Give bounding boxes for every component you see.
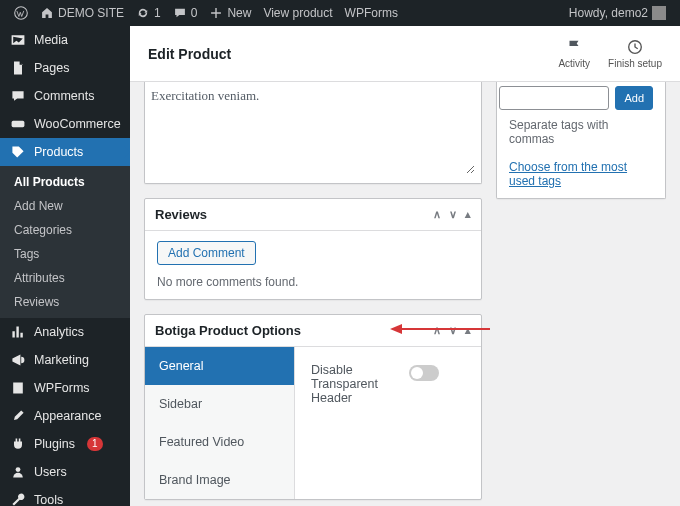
plug-icon bbox=[10, 436, 26, 452]
tab-brand-image[interactable]: Brand Image bbox=[145, 461, 294, 499]
page-header: Edit Product Activity Finish setup bbox=[130, 26, 680, 82]
botiga-options-box: Botiga Product Options ∧ ∨ ▴ General Sid… bbox=[144, 314, 482, 500]
new-content-link[interactable]: New bbox=[203, 6, 257, 20]
move-up-icon[interactable]: ∧ bbox=[433, 208, 441, 221]
site-name-link[interactable]: DEMO SITE bbox=[34, 6, 130, 20]
finish-setup-button[interactable]: Finish setup bbox=[608, 38, 662, 69]
tags-hint: Separate tags with commas bbox=[509, 118, 653, 146]
media-icon bbox=[10, 32, 26, 48]
avatar bbox=[652, 6, 666, 20]
tools-label: Tools bbox=[34, 493, 63, 506]
site-name-text: DEMO SITE bbox=[58, 6, 124, 20]
sidebar-item-tools[interactable]: Tools bbox=[0, 486, 130, 506]
view-product-link[interactable]: View product bbox=[257, 6, 338, 20]
comments-label: Comments bbox=[34, 89, 94, 103]
marketing-label: Marketing bbox=[34, 353, 89, 367]
plugins-label: Plugins bbox=[34, 437, 75, 451]
sidebar-item-wpforms[interactable]: WPForms bbox=[0, 374, 130, 402]
reviews-empty-text: No more comments found. bbox=[157, 275, 469, 289]
svg-marker-7 bbox=[390, 324, 402, 334]
activity-label: Activity bbox=[558, 58, 590, 69]
page-icon bbox=[10, 60, 26, 76]
subitem-categories[interactable]: Categories bbox=[0, 218, 130, 242]
plugins-update-badge: 1 bbox=[87, 437, 103, 451]
appearance-label: Appearance bbox=[34, 409, 101, 423]
subitem-attributes[interactable]: Attributes bbox=[0, 266, 130, 290]
comments-icon bbox=[10, 88, 26, 104]
move-down-icon[interactable]: ∨ bbox=[449, 208, 457, 221]
subitem-reviews[interactable]: Reviews bbox=[0, 290, 130, 314]
wpforms-label: WPForms bbox=[34, 381, 90, 395]
page-title: Edit Product bbox=[148, 46, 231, 62]
media-label: Media bbox=[34, 33, 68, 47]
choose-tags-link[interactable]: Choose from the most used tags bbox=[509, 160, 627, 188]
finish-setup-label: Finish setup bbox=[608, 58, 662, 69]
howdy-text: Howdy, demo2 bbox=[569, 6, 648, 20]
disable-transparent-header-label: Disable Transparent Header bbox=[311, 363, 391, 405]
woocommerce-icon bbox=[10, 116, 26, 132]
user-icon bbox=[10, 464, 26, 480]
clock-icon bbox=[626, 38, 644, 56]
tab-featured-video[interactable]: Featured Video bbox=[145, 423, 294, 461]
home-icon bbox=[40, 6, 54, 20]
sidebar-item-pages[interactable]: Pages bbox=[0, 54, 130, 82]
sidebar-item-products[interactable]: Products bbox=[0, 138, 130, 166]
subitem-all-products[interactable]: All Products bbox=[0, 170, 130, 194]
sidebar-item-appearance[interactable]: Appearance bbox=[0, 402, 130, 430]
plus-icon bbox=[209, 6, 223, 20]
products-submenu: All Products Add New Categories Tags Att… bbox=[0, 166, 130, 318]
tags-box: Add Separate tags with commas Choose fro… bbox=[496, 82, 666, 199]
reviews-box: Reviews ∧ ∨ ▴ Add Comment No more commen… bbox=[144, 198, 482, 300]
tab-sidebar[interactable]: Sidebar bbox=[145, 385, 294, 423]
annotation-arrow bbox=[390, 321, 490, 337]
add-comment-button[interactable]: Add Comment bbox=[157, 241, 256, 265]
activity-button[interactable]: Activity bbox=[558, 38, 590, 69]
svg-rect-1 bbox=[12, 121, 25, 127]
users-label: Users bbox=[34, 465, 67, 479]
subitem-add-new[interactable]: Add New bbox=[0, 194, 130, 218]
refresh-icon bbox=[136, 6, 150, 20]
pages-label: Pages bbox=[34, 61, 69, 75]
main-content: Edit Product Activity Finish setup Revie… bbox=[130, 26, 680, 506]
toggle-panel-icon[interactable]: ▴ bbox=[465, 208, 471, 221]
form-icon bbox=[10, 380, 26, 396]
subitem-tags[interactable]: Tags bbox=[0, 242, 130, 266]
analytics-label: Analytics bbox=[34, 325, 84, 339]
woocommerce-label: WooCommerce bbox=[34, 117, 121, 131]
products-label: Products bbox=[34, 145, 83, 159]
flag-icon bbox=[565, 38, 583, 56]
svg-point-0 bbox=[15, 7, 28, 20]
add-tag-button[interactable]: Add bbox=[615, 86, 653, 110]
sidebar-item-media[interactable]: Media bbox=[0, 26, 130, 54]
botiga-tabs: General Sidebar Featured Video Brand Ima… bbox=[145, 347, 295, 499]
reviews-title: Reviews bbox=[155, 207, 207, 222]
disable-transparent-header-toggle[interactable] bbox=[409, 365, 439, 381]
comments-link[interactable]: 0 bbox=[167, 6, 204, 20]
sidebar-item-users[interactable]: Users bbox=[0, 458, 130, 486]
sidebar-item-woocommerce[interactable]: WooCommerce bbox=[0, 110, 130, 138]
admin-bar: DEMO SITE 1 0 New View product WPForms H… bbox=[0, 0, 680, 26]
comments-count: 0 bbox=[191, 6, 198, 20]
svg-point-2 bbox=[16, 467, 21, 472]
botiga-panel-general: Disable Transparent Header bbox=[295, 347, 481, 499]
tab-general[interactable]: General bbox=[145, 347, 294, 385]
sidebar-item-comments[interactable]: Comments bbox=[0, 82, 130, 110]
sidebar-item-plugins[interactable]: Plugins1 bbox=[0, 430, 130, 458]
description-box bbox=[144, 82, 482, 184]
updates-link[interactable]: 1 bbox=[130, 6, 167, 20]
howdy-account[interactable]: Howdy, demo2 bbox=[563, 6, 672, 20]
wrench-icon bbox=[10, 492, 26, 506]
analytics-icon bbox=[10, 324, 26, 340]
products-icon bbox=[10, 144, 26, 160]
updates-count: 1 bbox=[154, 6, 161, 20]
brush-icon bbox=[10, 408, 26, 424]
botiga-title: Botiga Product Options bbox=[155, 323, 301, 338]
sidebar-item-analytics[interactable]: Analytics bbox=[0, 318, 130, 346]
tag-input[interactable] bbox=[499, 86, 609, 110]
sidebar-item-marketing[interactable]: Marketing bbox=[0, 346, 130, 374]
wpforms-bar-link[interactable]: WPForms bbox=[339, 6, 404, 20]
comment-icon bbox=[173, 6, 187, 20]
description-textarea[interactable] bbox=[151, 88, 475, 174]
wp-logo[interactable] bbox=[8, 6, 34, 20]
admin-sidebar: Media Pages Comments WooCommerce Product… bbox=[0, 26, 130, 506]
